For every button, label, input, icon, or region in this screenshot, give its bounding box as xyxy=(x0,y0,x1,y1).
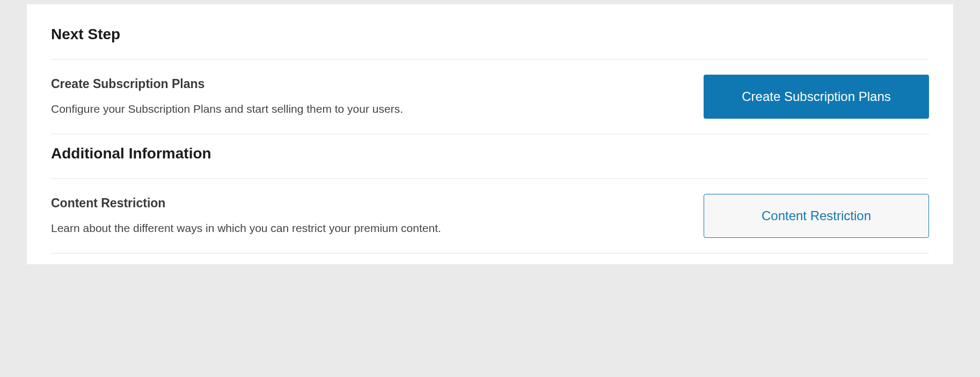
content-restriction-button[interactable]: Content Restriction xyxy=(704,194,929,238)
divider xyxy=(51,253,929,253)
create-plans-description: Configure your Subscription Plans and st… xyxy=(51,101,682,117)
row-text-block: Create Subscription Plans Configure your… xyxy=(51,77,682,117)
create-plans-title: Create Subscription Plans xyxy=(51,77,682,91)
settings-card: Next Step Create Subscription Plans Conf… xyxy=(27,4,953,264)
create-subscription-plans-row: Create Subscription Plans Configure your… xyxy=(51,60,929,134)
content-restriction-description: Learn about the different ways in which … xyxy=(51,220,682,236)
content-restriction-title: Content Restriction xyxy=(51,196,682,211)
next-step-heading: Next Step xyxy=(51,26,929,43)
content-restriction-row: Content Restriction Learn about the diff… xyxy=(51,179,929,253)
create-subscription-plans-button[interactable]: Create Subscription Plans xyxy=(704,75,929,119)
row-text-block: Content Restriction Learn about the diff… xyxy=(51,196,682,236)
additional-information-heading: Additional Information xyxy=(51,145,929,162)
